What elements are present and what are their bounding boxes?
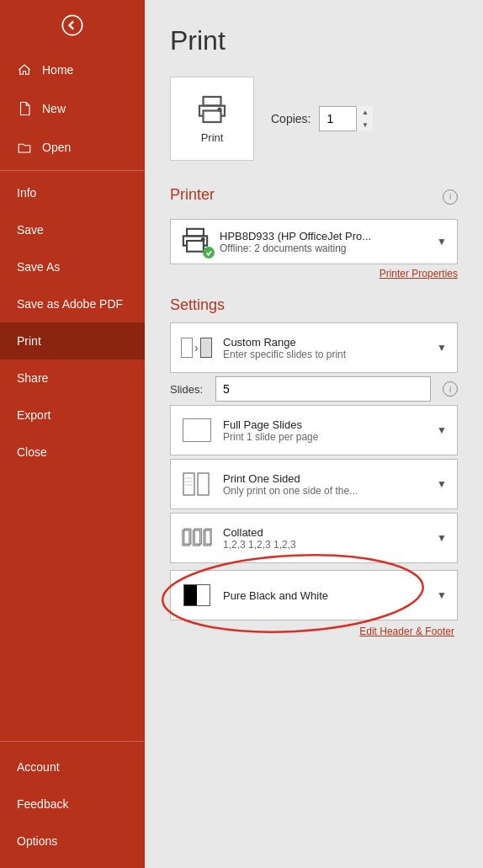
sidebar-item-label: Open [42,141,71,154]
settings-section: Settings › Custom Range Enter specific s… [170,296,458,637]
pure-bw-text: Pure Black and White [223,589,427,602]
pure-bw-container: Pure Black and White ▼ [170,570,458,620]
slides-input[interactable] [215,376,431,402]
sidebar-item-info[interactable]: Info [0,174,145,211]
sidebar-item-label: Save [17,223,44,237]
print-sided-title: Print One Sided [223,472,427,485]
printer-section-header: Printer [170,186,215,204]
full-page-icon-area [181,414,213,446]
printer-status: Offline: 2 documents waiting [220,242,428,254]
home-icon [17,62,32,77]
slides-info-icon[interactable]: i [443,381,458,397]
sidebar-item-label: Print [17,334,41,348]
sidebar-item-label: Save as Adobe PDF [17,297,123,311]
sidebar-item-open[interactable]: Open [0,128,145,167]
settings-section-header: Settings [170,296,458,314]
custom-range-title: Custom Range [223,336,427,349]
pure-bw-title: Pure Black and White [223,589,427,602]
collated-title: Collated [223,526,427,539]
sidebar-item-label: Options [17,834,57,848]
custom-range-setting[interactable]: › Custom Range Enter specific slides to … [170,322,458,373]
full-page-title: Full Page Slides [223,418,427,431]
sidebar-divider [0,170,145,171]
sidebar-item-label: Home [42,63,73,77]
collated-icon-area [181,522,213,554]
collated-icon [182,523,212,553]
sidebar: Home New Open Info Save Save [0,0,145,868]
bw-icon [183,584,210,606]
sidebar-item-label: Share [17,371,48,385]
print-sided-dropdown-arrow: ▼ [437,478,447,490]
printer-name: HPB8D933 (HP OfficeJet Pro... [220,230,428,242]
copies-decrement[interactable]: ▼ [357,119,373,131]
svg-rect-2 [204,110,221,122]
main-content: Print Print Copies: ▲ ▼ Prin [145,0,483,868]
full-page-slides-setting[interactable]: Full Page Slides Print 1 slide per page … [170,405,458,455]
sidebar-item-label: Feedback [17,797,68,811]
print-sided-text: Print One Sided Only print on one side o… [223,472,427,497]
print-top-area: Print Copies: ▲ ▼ [170,77,458,161]
page-title: Print [170,25,458,56]
cr-page-1 [181,338,193,358]
cr-page-2 [200,338,212,358]
pure-bw-dropdown-arrow: ▼ [437,589,447,601]
printer-dropdown-arrow: ▼ [437,236,447,248]
printer-properties-link[interactable]: Printer Properties [170,268,458,280]
sidebar-item-label: Account [17,760,60,774]
print-sided-icon [182,469,212,499]
svg-point-6 [202,238,204,241]
sidebar-item-home[interactable]: Home [0,51,145,89]
custom-range-icon-area: › [181,332,213,364]
sidebar-bottom-divider [0,741,145,742]
custom-range-text: Custom Range Enter specific slides to pr… [223,336,427,360]
printer-online-check [203,247,215,258]
printer-section: Printer i HPB8D933 (HP OfficeJet Pro... [170,181,458,280]
copies-label: Copies: [271,112,310,125]
svg-point-3 [219,108,221,110]
printer-icon-area [181,226,211,257]
printer-header-row: Printer i [170,181,458,212]
printer-info-icon[interactable]: i [443,189,458,205]
custom-range-subtitle: Enter specific slides to print [223,349,427,360]
cr-arrow: › [194,341,199,354]
new-doc-icon [17,101,32,116]
sidebar-item-label: New [42,102,66,115]
custom-range-icon: › [181,336,213,359]
collated-dropdown-arrow: ▼ [437,532,447,544]
pure-bw-setting[interactable]: Pure Black and White ▼ [170,570,458,620]
print-sided-setting[interactable]: Print One Sided Only print on one side o… [170,459,458,509]
sidebar-item-label: Close [17,445,47,459]
sidebar-item-save-as[interactable]: Save As [0,248,145,285]
collated-setting[interactable]: Collated 1,2,3 1,2,3 1,2,3 ▼ [170,513,458,563]
printer-dropdown[interactable]: HPB8D933 (HP OfficeJet Pro... Offline: 2… [170,219,458,264]
full-page-text: Full Page Slides Print 1 slide per page [223,418,427,443]
full-page-subtitle: Print 1 slide per page [223,431,427,443]
collated-subtitle: 1,2,3 1,2,3 1,2,3 [223,539,427,551]
sidebar-item-label: Info [17,186,36,200]
svg-rect-7 [183,473,194,495]
slides-row: Slides: i [170,376,458,402]
edit-header-footer-link[interactable]: Edit Header & Footer [170,626,458,637]
svg-rect-5 [187,241,204,252]
sidebar-item-new[interactable]: New [0,89,145,128]
print-button[interactable]: Print [170,77,254,161]
sidebar-item-save-as-pdf[interactable]: Save as Adobe PDF [0,285,145,322]
copies-spinner: ▲ ▼ [356,106,373,131]
sidebar-item-print[interactable]: Print [0,322,145,359]
svg-rect-4 [187,229,204,237]
copies-increment[interactable]: ▲ [357,106,373,119]
sidebar-bottom: Account Feedback Options [0,738,145,868]
sidebar-item-save[interactable]: Save [0,211,145,248]
sidebar-item-account[interactable]: Account [0,748,145,785]
sidebar-item-share[interactable]: Share [0,359,145,397]
collated-text: Collated 1,2,3 1,2,3 1,2,3 [223,526,427,551]
open-folder-icon [17,140,32,155]
print-button-label: Print [201,131,224,144]
sidebar-item-close[interactable]: Close [0,434,145,471]
sidebar-item-export[interactable]: Export [0,397,145,434]
sidebar-item-feedback[interactable]: Feedback [0,785,145,823]
custom-range-dropdown-arrow: ▼ [437,342,447,354]
sidebar-item-options[interactable]: Options [0,823,145,860]
full-page-icon [183,418,211,442]
back-button[interactable] [0,0,145,51]
